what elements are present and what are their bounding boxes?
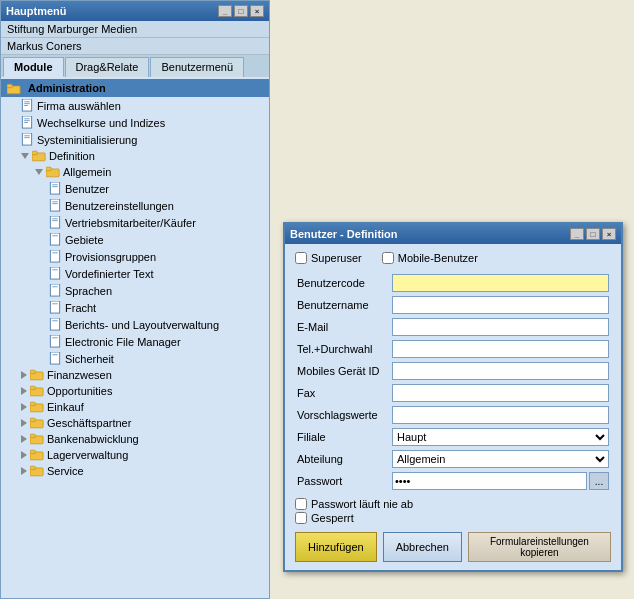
passwort-cell: ... <box>390 470 611 492</box>
email-input[interactable] <box>392 318 609 336</box>
tree-fracht[interactable]: Fracht <box>1 299 269 316</box>
gebiete-label: Gebiete <box>65 234 104 246</box>
tree-benutzer[interactable]: Benutzer <box>1 180 269 197</box>
top-checkboxes: Superuser Mobile-Benutzer <box>295 252 611 264</box>
abbrechen-button[interactable]: Abbrechen <box>383 532 462 562</box>
tree-systeminitialisierung[interactable]: Systeminitialisierung <box>1 131 269 148</box>
tree-vordefinierter-text[interactable]: Vordefinierter Text <box>1 265 269 282</box>
action-buttons: Hinzufügen Abbrechen Formulareinstellung… <box>295 532 611 562</box>
tab-module[interactable]: Module <box>3 57 64 77</box>
subtitle-user: Markus Coners <box>1 38 269 55</box>
folder-icon <box>30 465 44 477</box>
tree-sprachen[interactable]: Sprachen <box>1 282 269 299</box>
main-window: Hauptmenü _ □ × Stiftung Marburger Medie… <box>0 0 270 599</box>
benutzername-input[interactable] <box>392 296 609 314</box>
folder-icon <box>30 433 44 445</box>
bankenabwicklung-label: Bankenabwicklung <box>47 433 139 445</box>
password-browse-button[interactable]: ... <box>589 472 609 490</box>
svg-rect-51 <box>30 434 35 438</box>
dialog-close-button[interactable]: × <box>602 228 616 240</box>
close-button[interactable]: × <box>250 5 264 17</box>
page-icon <box>21 133 33 146</box>
filiale-cell: Haupt <box>390 426 611 448</box>
tree-sicherheit[interactable]: Sicherheit <box>1 350 269 367</box>
email-cell <box>390 316 611 338</box>
tree-allgemein[interactable]: Allgemein <box>1 164 269 180</box>
mobile-checkbox-label[interactable]: Mobile-Benutzer <box>382 252 478 264</box>
folder-open-icon <box>32 150 46 162</box>
superuser-checkbox[interactable] <box>295 252 307 264</box>
hinzufugen-button[interactable]: Hinzufügen <box>295 532 377 562</box>
tree-benutzereinstellungen[interactable]: Benutzereinstellungen <box>1 197 269 214</box>
tree-wechselkurse[interactable]: Wechselkurse und Indizes <box>1 114 269 131</box>
page-icon <box>21 116 33 129</box>
fax-input[interactable] <box>392 384 609 402</box>
password-row: ... <box>392 472 609 490</box>
vertriebsmitarbeiter-label: Vertriebsmitarbeiter/Käufer <box>65 217 196 229</box>
tree-gebiete[interactable]: Gebiete <box>1 231 269 248</box>
admin-folder-icon <box>7 81 24 95</box>
svg-rect-26 <box>50 233 59 245</box>
mobile-checkbox[interactable] <box>382 252 394 264</box>
tree-lagerverwaltung[interactable]: Lagerverwaltung <box>1 447 269 463</box>
filiale-select[interactable]: Haupt <box>392 428 609 446</box>
fax-label: Fax <box>295 382 390 404</box>
dialog-title: Benutzer - Definition <box>290 228 398 240</box>
minimize-button[interactable]: _ <box>218 5 232 17</box>
tree-opportunities[interactable]: Opportunities <box>1 383 269 399</box>
section-administration[interactable]: Administration <box>1 79 269 97</box>
folder-icon <box>30 449 44 461</box>
tree-firma-auswahlen[interactable]: Firma auswählen <box>1 97 269 114</box>
page-icon <box>49 301 61 314</box>
vorschlagswerte-input[interactable] <box>392 406 609 424</box>
table-row: Abteilung Allgemein <box>295 448 611 470</box>
maximize-button[interactable]: □ <box>234 5 248 17</box>
svg-rect-1 <box>7 84 12 88</box>
tree-geschaeftspartner[interactable]: Geschäftspartner <box>1 415 269 431</box>
svg-rect-2 <box>22 99 31 111</box>
tree-berichts-layoutverwaltung[interactable]: Berichts- und Layoutverwaltung <box>1 316 269 333</box>
wechselkurse-label: Wechselkurse und Indizes <box>37 117 165 129</box>
fax-cell <box>390 382 611 404</box>
benutzereinstellungen-label: Benutzereinstellungen <box>65 200 174 212</box>
mobiles-geraet-cell <box>390 360 611 382</box>
benutzercode-cell <box>390 272 611 294</box>
tree-provisionsgruppen[interactable]: Provisionsgruppen <box>1 248 269 265</box>
tree-bankenabwicklung[interactable]: Bankenabwicklung <box>1 431 269 447</box>
tree-definition[interactable]: Definition <box>1 148 269 164</box>
passwort-lauft-checkbox[interactable] <box>295 498 307 510</box>
formulareinstellungen-button[interactable]: Formulareinstellungen kopieren <box>468 532 611 562</box>
benutzer-dialog: Benutzer - Definition _ □ × Superuser Mo… <box>283 222 623 572</box>
page-icon <box>49 284 61 297</box>
collapsed-icon <box>21 403 27 411</box>
page-icon <box>49 182 61 195</box>
passwort-input[interactable] <box>392 472 587 490</box>
tel-input[interactable] <box>392 340 609 358</box>
folder-icon <box>30 417 44 429</box>
tree-service[interactable]: Service <box>1 463 269 479</box>
dialog-minimize-button[interactable]: _ <box>570 228 584 240</box>
vorschlagswerte-label: Vorschlagswerte <box>295 404 390 426</box>
folder-icon <box>30 369 44 381</box>
gesperrt-checkbox[interactable] <box>295 512 307 524</box>
form-table: Benutzercode Benutzername E-Mail Tel.+Du… <box>295 272 611 492</box>
abteilung-select[interactable]: Allgemein <box>392 450 609 468</box>
tree-area[interactable]: Administration Firma auswählen Wechselku… <box>1 77 269 598</box>
fracht-label: Fracht <box>65 302 96 314</box>
tree-electronic-file-manager[interactable]: Electronic File Manager <box>1 333 269 350</box>
svg-rect-32 <box>50 284 59 296</box>
page-icon <box>49 216 61 229</box>
abteilung-cell: Allgemein <box>390 448 611 470</box>
tree-einkauf[interactable]: Einkauf <box>1 399 269 415</box>
benutzercode-input[interactable] <box>392 274 609 292</box>
tab-benutzermenu[interactable]: Benutzermenü <box>150 57 244 77</box>
gesperrt-label: Gesperrt <box>311 512 354 524</box>
svg-rect-38 <box>50 335 59 347</box>
mobiles-geraet-input[interactable] <box>392 362 609 380</box>
superuser-checkbox-label[interactable]: Superuser <box>295 252 362 264</box>
tree-vertriebsmitarbeiter[interactable]: Vertriebsmitarbeiter/Käufer <box>1 214 269 231</box>
dialog-maximize-button[interactable]: □ <box>586 228 600 240</box>
tree-finanzwesen[interactable]: Finanzwesen <box>1 367 269 383</box>
tab-drag-relate[interactable]: Drag&Relate <box>65 57 150 77</box>
tel-label: Tel.+Durchwahl <box>295 338 390 360</box>
